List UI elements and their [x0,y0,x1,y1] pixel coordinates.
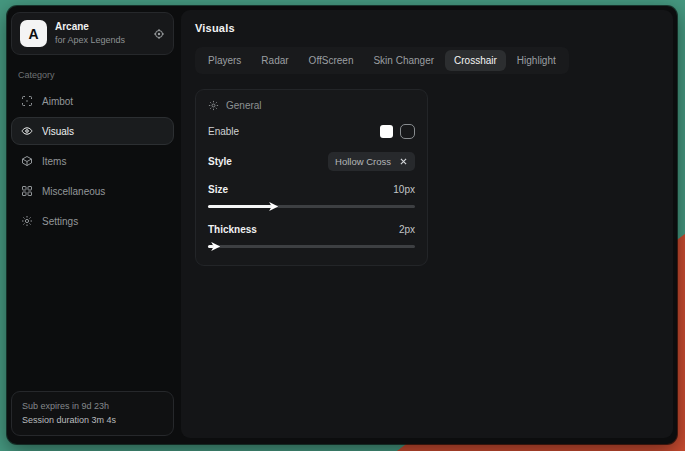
general-panel: General Enable Style Hollow Cross [195,89,428,266]
tab-crosshair[interactable]: Crosshair [445,50,506,71]
sidebar: A Arcane for Apex Legends Category [7,6,178,444]
visuals-tabbar: Players Radar OffScreen Skin Changer Cro… [195,47,569,74]
sidebar-item-label: Miscellaneous [42,186,105,197]
sidebar-nav: Aimbot Visuals Items [11,87,174,235]
category-label: Category [18,70,174,80]
sidebar-item-label: Aimbot [42,96,73,107]
gear-icon [208,100,219,111]
subscription-status-card: Sub expires in 9d 23h Session duration 3… [11,391,174,436]
panel-title: General [226,100,262,111]
size-slider[interactable] [208,202,415,211]
main-panel: Visuals Players Radar OffScreen Skin Cha… [181,10,673,438]
size-value: 10px [393,184,415,195]
brand-text: Arcane for Apex Legends [55,21,145,47]
style-label: Style [208,156,232,167]
app-window: A Arcane for Apex Legends Category [7,6,677,444]
size-row: Size 10px [208,184,415,195]
sidebar-item-items[interactable]: Items [11,147,174,175]
thickness-slider[interactable] [208,242,415,251]
sidebar-item-settings[interactable]: Settings [11,207,174,235]
sidebar-item-miscellaneous[interactable]: Miscellaneous [11,177,174,205]
brand-logo: A [20,20,47,47]
crosshair-scope-icon [21,95,33,107]
tab-offscreen[interactable]: OffScreen [300,50,363,71]
size-label: Size [208,184,228,195]
box-icon [21,155,33,167]
enable-row: Enable [208,124,415,139]
thickness-row: Thickness 2px [208,224,415,235]
enable-label: Enable [208,126,239,137]
brand-title: Arcane [55,21,145,34]
style-row: Style Hollow Cross [208,152,415,171]
style-selected-value: Hollow Cross [335,156,391,167]
brand-card: A Arcane for Apex Legends [11,12,174,55]
sidebar-item-label: Settings [42,216,78,227]
eye-icon [21,125,33,137]
tab-highlight[interactable]: Highlight [508,50,565,71]
tab-skin-changer[interactable]: Skin Changer [364,50,443,71]
sub-expires-text: Sub expires in 9d 23h [22,400,163,414]
gear-icon [21,215,33,227]
brand-subtitle: for Apex Legends [55,35,145,46]
session-duration-text: Session duration 3m 4s [22,414,163,428]
sidebar-item-visuals[interactable]: Visuals [11,117,174,145]
slider-fill [208,205,272,208]
sidebar-item-label: Items [42,156,66,167]
tab-radar[interactable]: Radar [252,50,297,71]
clear-icon[interactable] [399,157,408,166]
slider-track[interactable] [208,245,415,248]
color-swatch[interactable] [380,125,393,138]
target-icon[interactable] [153,28,165,40]
sidebar-item-aimbot[interactable]: Aimbot [11,87,174,115]
general-panel-header: General [208,100,415,111]
page-title: Visuals [195,22,659,34]
enable-checkbox[interactable] [400,124,415,139]
style-select[interactable]: Hollow Cross [328,152,415,171]
tab-players[interactable]: Players [199,50,250,71]
thickness-value: 2px [399,224,415,235]
sidebar-item-label: Visuals [42,126,74,137]
thickness-label: Thickness [208,224,257,235]
grid-icon [21,185,33,197]
